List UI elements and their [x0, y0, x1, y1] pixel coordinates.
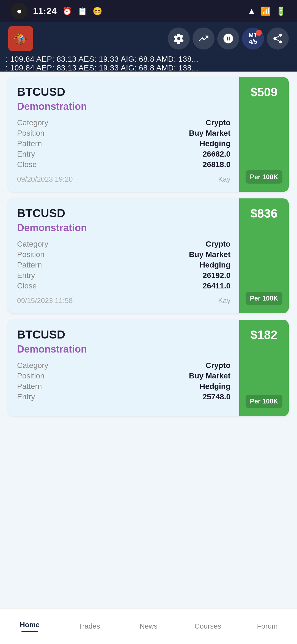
face-icon: 😊	[93, 7, 102, 16]
card-author-2: Kay	[218, 296, 230, 305]
card-row-pattern-3: Pattern Hedging	[17, 382, 230, 391]
card-left-3: BTCUSD Demonstration Category Crypto Pos…	[8, 320, 239, 416]
card-row-position-3: Position Buy Market	[17, 372, 230, 380]
card-right-2: $836 Per 100K	[239, 198, 289, 313]
card-row-category-2: Category Crypto	[17, 240, 230, 249]
signal-icon: 📶	[261, 6, 271, 16]
bottom-nav: Home Trades News Courses Forum	[0, 608, 297, 644]
card-row-position-1: Position Buy Market	[17, 129, 230, 138]
card-row-entry-3: Entry 25748.0	[17, 392, 230, 401]
card-row-entry-2: Entry 26192.0	[17, 271, 230, 280]
main-content: BTCUSD Demonstration Category Crypto Pos…	[0, 72, 297, 457]
ticker-bar: : 109.84 AEP: 83.13 AES: 19.33 AIG: 68.8…	[0, 55, 297, 72]
card-row-category-3: Category Crypto	[17, 361, 230, 370]
ticker-text: : 109.84 AEP: 83.13 AES: 19.33 AIG: 68.8…	[6, 55, 292, 72]
card-row-pattern-2: Pattern Hedging	[17, 261, 230, 269]
card-symbol-3: BTCUSD	[17, 328, 230, 341]
card-row-position-2: Position Buy Market	[17, 250, 230, 259]
card-row-entry-1: Entry 26682.0	[17, 150, 230, 159]
card-rows-1: Category Crypto Position Buy Market Patt…	[17, 118, 230, 169]
battery-icon: 🔋	[276, 6, 286, 16]
card-per100k-3: Per 100K	[246, 395, 283, 408]
card-date-1: 09/20/2023 19:20	[17, 175, 73, 184]
tab-home-underline	[21, 631, 38, 632]
trade-card-1[interactable]: BTCUSD Demonstration Category Crypto Pos…	[8, 77, 289, 192]
tab-home[interactable]: Home	[0, 618, 59, 635]
mt-version: 4/5	[249, 39, 257, 45]
tab-trades[interactable]: Trades	[59, 619, 119, 633]
card-author-1: Kay	[218, 175, 230, 184]
settings-button[interactable]	[168, 28, 190, 50]
logo-icon: 🏇	[13, 32, 28, 45]
card-date-2: 09/15/2023 11:58	[17, 296, 73, 305]
filter-button[interactable]	[217, 28, 239, 50]
card-footer-1: 09/20/2023 19:20 Kay	[17, 175, 230, 184]
card-symbol-2: BTCUSD	[17, 207, 230, 220]
card-right-1: $509 Per 100K	[239, 77, 289, 192]
card-account-3: Demonstration	[17, 343, 230, 355]
card-row-pattern-1: Pattern Hedging	[17, 139, 230, 148]
status-bar: ● 11:24 ⏰ 📋 😊 ▲ 📶 🔋	[0, 0, 297, 22]
trending-button[interactable]	[193, 28, 215, 50]
card-profit-2: $836	[251, 207, 277, 220]
alarm-icon: ⏰	[62, 7, 72, 16]
tab-forum[interactable]: Forum	[238, 619, 297, 633]
card-row-close-1: Close 26818.0	[17, 160, 230, 169]
card-profit-1: $509	[251, 85, 277, 99]
card-profit-3: $182	[251, 328, 277, 342]
card-left-1: BTCUSD Demonstration Category Crypto Pos…	[8, 77, 239, 192]
tab-news[interactable]: News	[119, 619, 178, 633]
nav-icons: MT 4/5	[38, 28, 289, 50]
notification-badge	[256, 30, 262, 36]
card-per100k-1: Per 100K	[246, 170, 283, 184]
card-row-category-1: Category Crypto	[17, 118, 230, 127]
card-footer-2: 09/15/2023 11:58 Kay	[17, 296, 230, 305]
mt-button[interactable]: MT 4/5	[242, 28, 264, 50]
card-account-1: Demonstration	[17, 101, 230, 112]
card-row-close-2: Close 26411.0	[17, 282, 230, 290]
card-left-2: BTCUSD Demonstration Category Crypto Pos…	[8, 198, 239, 313]
app-icon: ●	[11, 3, 28, 19]
status-icons: ▲ 📶 🔋	[248, 6, 286, 16]
card-right-3: $182 Per 100K	[239, 320, 289, 416]
tab-courses[interactable]: Courses	[178, 619, 238, 633]
card-per100k-2: Per 100K	[246, 292, 283, 305]
status-time: 11:24	[33, 6, 57, 16]
navbar: 🏇 MT 4/5	[0, 22, 297, 55]
card-rows-2: Category Crypto Position Buy Market Patt…	[17, 240, 230, 290]
share-button[interactable]	[267, 28, 289, 50]
trade-card-2[interactable]: BTCUSD Demonstration Category Crypto Pos…	[8, 198, 289, 313]
card-account-2: Demonstration	[17, 222, 230, 234]
trade-card-3[interactable]: BTCUSD Demonstration Category Crypto Pos…	[8, 320, 289, 416]
card-symbol-1: BTCUSD	[17, 85, 230, 99]
wifi-icon: ▲	[248, 6, 256, 16]
card-rows-3: Category Crypto Position Buy Market Patt…	[17, 361, 230, 401]
sim-icon: 📋	[78, 7, 87, 16]
app-logo[interactable]: 🏇	[8, 26, 33, 51]
